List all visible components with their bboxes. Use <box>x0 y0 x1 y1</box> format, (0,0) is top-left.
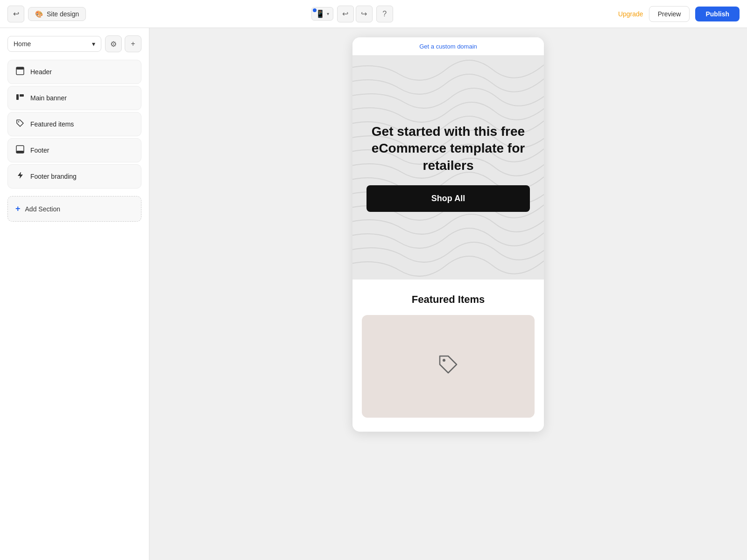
domain-bar: Get a custom domain <box>352 37 544 56</box>
page-settings-button[interactable]: ⚙ <box>105 35 122 52</box>
svg-point-4 <box>18 121 19 122</box>
page-dropdown[interactable]: Home ▾ <box>7 36 101 52</box>
site-design-label: Site design <box>47 10 79 18</box>
sidebar-item-main-banner-label: Main banner <box>30 94 67 102</box>
preview-button[interactable]: Preview <box>649 6 690 22</box>
topbar: ↩ 🎨 Site design 📱 ▾ ↩ ↪ ? Upgrade Previe… <box>0 0 747 28</box>
back-icon: ↩ <box>13 9 19 18</box>
tag-icon <box>15 119 25 129</box>
banner-icon <box>15 93 25 103</box>
device-dot <box>313 8 317 12</box>
site-design-icon: 🎨 <box>35 10 43 18</box>
undo-icon: ↩ <box>342 9 348 18</box>
device-icon: 📱 <box>316 9 325 18</box>
gear-icon: ⚙ <box>110 40 117 49</box>
page-selector: Home ▾ ⚙ + <box>7 35 141 52</box>
publish-button[interactable]: Publish <box>695 7 740 21</box>
sidebar-item-header[interactable]: Header <box>7 60 141 84</box>
page-actions: ⚙ + <box>105 35 141 52</box>
svg-rect-3 <box>20 94 24 97</box>
main-layout: Home ▾ ⚙ + Header <box>0 28 747 560</box>
undo-redo-group: ↩ ↪ <box>337 6 373 22</box>
product-tag-icon <box>437 353 459 380</box>
svg-rect-6 <box>16 151 24 153</box>
help-icon: ? <box>382 10 387 18</box>
chevron-down-icon: ▾ <box>327 11 329 16</box>
back-button[interactable]: ↩ <box>7 6 24 22</box>
help-button[interactable]: ? <box>376 6 393 22</box>
page-name: Home <box>14 40 31 48</box>
featured-items-title: Featured Items <box>362 294 535 306</box>
site-design-button[interactable]: 🎨 Site design <box>28 7 86 21</box>
hero-content: Get started with this free eCommerce tem… <box>352 105 544 231</box>
svg-point-8 <box>443 359 445 362</box>
chevron-down-icon: ▾ <box>92 40 95 48</box>
device-selector[interactable]: 📱 ▾ <box>311 7 333 21</box>
redo-button[interactable]: ↪ <box>356 6 373 22</box>
sidebar-item-header-label: Header <box>30 68 52 76</box>
svg-rect-2 <box>16 94 19 100</box>
featured-card <box>362 315 535 418</box>
section-list: Header Main banner Fea <box>7 60 141 189</box>
sidebar-item-footer-branding[interactable]: Footer branding <box>7 164 141 189</box>
topbar-right: Upgrade Preview Publish <box>618 6 740 22</box>
canvas-area: Get a custom domain <box>149 28 747 560</box>
sidebar-item-footer-label: Footer <box>30 147 49 154</box>
hero-section: Get started with this free eCommerce tem… <box>352 56 544 280</box>
phone-frame: Get a custom domain <box>352 37 544 432</box>
add-section-button[interactable]: + Add Section <box>7 196 141 222</box>
sidebar-item-featured-items-label: Featured items <box>30 120 74 128</box>
sidebar-item-footer-branding-label: Footer branding <box>30 173 77 180</box>
add-page-button[interactable]: + <box>125 35 141 52</box>
footer-icon <box>15 145 25 155</box>
redo-icon: ↪ <box>361 9 367 18</box>
undo-button[interactable]: ↩ <box>337 6 354 22</box>
sidebar-item-main-banner[interactable]: Main banner <box>7 86 141 110</box>
sidebar-item-footer[interactable]: Footer <box>7 138 141 162</box>
bolt-icon <box>15 171 25 182</box>
plus-icon: + <box>15 204 21 214</box>
plus-icon: + <box>131 40 135 48</box>
sidebar: Home ▾ ⚙ + Header <box>0 28 149 560</box>
topbar-center: 📱 ▾ ↩ ↪ ? <box>311 6 393 22</box>
shop-all-button[interactable]: Shop All <box>366 185 530 212</box>
featured-section: Featured Items <box>352 280 544 432</box>
topbar-left: ↩ 🎨 Site design <box>7 6 86 22</box>
header-icon <box>15 67 25 77</box>
hero-title: Get started with this free eCommerce tem… <box>366 123 530 174</box>
upgrade-button[interactable]: Upgrade <box>618 10 643 18</box>
add-section-label: Add Section <box>25 205 61 213</box>
svg-rect-1 <box>16 67 24 70</box>
sidebar-item-featured-items[interactable]: Featured items <box>7 112 141 136</box>
custom-domain-link[interactable]: Get a custom domain <box>419 43 477 50</box>
